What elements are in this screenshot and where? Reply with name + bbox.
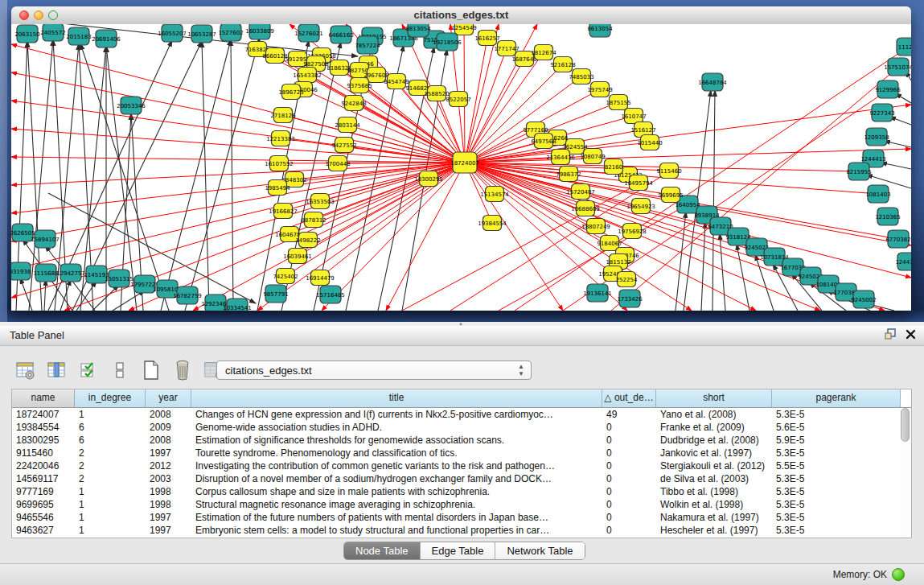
- graph-node[interactable]: 1498222: [295, 233, 320, 248]
- table-row[interactable]: 969969511998Structural magnetic resonanc…: [12, 498, 911, 511]
- column-header-short[interactable]: short: [656, 389, 772, 407]
- graph-node[interactable]: 8878312: [301, 212, 326, 228]
- graph-node[interactable]: 1616257: [474, 31, 499, 46]
- graph-node[interactable]: 7857224: [355, 36, 380, 54]
- graph-node[interactable]: 15276021: [294, 24, 323, 42]
- graph-node[interactable]: 1875155: [606, 95, 630, 110]
- table-scrollbar-thumb[interactable]: [901, 408, 910, 442]
- graph-node[interactable]: 1812674: [531, 45, 556, 60]
- graph-node[interactable]: 11123: [897, 38, 911, 56]
- table-row[interactable]: 1938455462009Genome-wide association stu…: [12, 421, 911, 434]
- graph-node[interactable]: 2015183: [66, 27, 91, 45]
- graph-node[interactable]: 1244137: [895, 253, 911, 270]
- graph-node[interactable]: 16055207: [158, 24, 187, 42]
- graph-node[interactable]: 1527602: [218, 24, 243, 41]
- graph-node[interactable]: 8522057: [446, 92, 470, 107]
- delete-table-icon[interactable]: [171, 359, 194, 381]
- graph-node[interactable]: 7986372: [556, 167, 581, 182]
- graph-node[interactable]: 6466160: [328, 26, 353, 43]
- graph-node[interactable]: 12942757: [56, 264, 85, 282]
- column-header-name[interactable]: name: [12, 389, 75, 407]
- graph-node[interactable]: 8660128: [262, 48, 287, 64]
- graph-node[interactable]: 9857791: [263, 285, 288, 303]
- graph-node[interactable]: 82160: [605, 159, 623, 175]
- graph-node[interactable]: 1209358: [864, 128, 889, 146]
- new-table-icon[interactable]: [140, 359, 162, 381]
- table-row[interactable]: 1872400712008Changes of HCN gene express…: [12, 408, 911, 421]
- column-header-in_degree[interactable]: in_degree: [75, 389, 146, 407]
- table-row[interactable]: 1830029562008Estimation of significance …: [12, 434, 911, 447]
- graph-node[interactable]: 9699695: [658, 187, 683, 203]
- graph-node[interactable]: 20691406: [92, 30, 121, 47]
- graph-node[interactable]: 9216128: [550, 57, 575, 72]
- column-header-pagerank[interactable]: pagerank: [772, 389, 901, 407]
- graph-node[interactable]: 9115460: [656, 163, 681, 179]
- graph-node[interactable]: 7485033: [569, 69, 593, 84]
- graph-node[interactable]: 9245002: [851, 290, 876, 308]
- graph-node[interactable]: 1254549: [451, 24, 476, 35]
- graph-node[interactable]: 1896723: [278, 84, 303, 100]
- table-scrollbar[interactable]: [900, 408, 910, 538]
- graph-node[interactable]: 1700448: [325, 156, 350, 171]
- graph-node[interactable]: 6770382: [885, 230, 910, 248]
- graph-node[interactable]: 2405572: [40, 24, 65, 41]
- graph-node[interactable]: 1210365: [875, 208, 900, 225]
- select-rows-icon[interactable]: [77, 359, 100, 381]
- graph-node[interactable]: 8215955: [846, 163, 871, 180]
- graph-node[interactable]: 9375685: [347, 78, 372, 93]
- table-row[interactable]: 1456911722003Disruption of a novel membe…: [12, 472, 911, 485]
- graph-node[interactable]: 16033809: [245, 24, 274, 39]
- graph-node[interactable]: 20053346: [117, 97, 146, 114]
- graph-node[interactable]: 10334541: [223, 299, 252, 311]
- graph-node[interactable]: 9129966: [875, 80, 901, 98]
- table-row[interactable]: 946554611997Estimation of the future num…: [12, 511, 911, 524]
- graph-node[interactable]: 15051315: [105, 270, 133, 287]
- graph-hub-node[interactable]: 18724007: [450, 152, 479, 173]
- graph-node[interactable]: 8613054: [587, 24, 613, 37]
- memory-ok-indicator[interactable]: [892, 568, 905, 581]
- graph-node[interactable]: 15751074: [884, 58, 911, 76]
- tab-node-table[interactable]: Node Table: [344, 542, 421, 559]
- table-row[interactable]: 911546021997Tourette syndrome. Phenomeno…: [12, 447, 911, 459]
- graph-node[interactable]: 2803144: [335, 117, 360, 133]
- graph-node[interactable]: 1975749: [587, 82, 612, 97]
- row-height-icon[interactable]: [109, 359, 131, 381]
- graph-node[interactable]: 15716485: [316, 286, 345, 303]
- graph-node[interactable]: 8813054: [405, 24, 431, 37]
- graph-node[interactable]: 1985494: [265, 180, 290, 196]
- table-row[interactable]: 946362711997Embryonic stem cells: a mode…: [12, 524, 911, 537]
- graph-node[interactable]: 2063150: [14, 25, 39, 43]
- citation-network-graph[interactable]: 2063150240557220151832069140616055207106…: [11, 24, 911, 311]
- graph-node[interactable]: 1080749: [580, 149, 605, 164]
- network-canvas[interactable]: 2063150240557220151832069140616055207106…: [11, 24, 911, 311]
- graph-node[interactable]: 252254: [616, 272, 638, 287]
- graph-node[interactable]: 331938: [11, 262, 31, 280]
- tab-edge-table[interactable]: Edge Table: [421, 542, 496, 559]
- graph-node[interactable]: 1733426: [617, 290, 643, 307]
- graph-node[interactable]: 1610747: [621, 109, 646, 124]
- table-select-dropdown[interactable]: citations_edges.txt ▲▼: [216, 360, 532, 380]
- graph-node[interactable]: 6497568: [531, 134, 556, 149]
- column-header-title[interactable]: title: [191, 389, 602, 407]
- column-header-out_degree[interactable]: △ out_de…: [602, 389, 656, 407]
- graph-node[interactable]: 2718126: [270, 108, 296, 123]
- graph-node[interactable]: 19136141: [583, 284, 612, 302]
- table-row[interactable]: 2242004622012Investigating the contribut…: [12, 459, 911, 472]
- table-row[interactable]: 977716911998Corpus callosum shape and si…: [12, 485, 911, 498]
- graph-node[interactable]: 9242848: [341, 96, 366, 111]
- graph-node[interactable]: 9427552: [331, 138, 356, 153]
- select-column-icon[interactable]: [46, 359, 68, 381]
- graph-node[interactable]: 19218506: [433, 33, 462, 51]
- table-settings-icon[interactable]: [14, 359, 37, 381]
- close-panel-icon[interactable]: [906, 328, 916, 343]
- graph-node[interactable]: 9227343: [869, 104, 894, 122]
- graph-node[interactable]: 7425402: [273, 269, 298, 284]
- graph-node[interactable]: 1081403: [865, 185, 890, 203]
- tab-network-table[interactable]: Network Table: [495, 542, 584, 559]
- graph-node[interactable]: 1015440: [637, 135, 662, 150]
- window-titlebar[interactable]: citations_edges.txt: [11, 6, 911, 25]
- graph-node[interactable]: 16782759: [173, 286, 202, 304]
- float-panel-icon[interactable]: [885, 328, 896, 343]
- graph-node[interactable]: 10653287: [187, 25, 216, 43]
- graph-node[interactable]: 16648784: [698, 73, 727, 91]
